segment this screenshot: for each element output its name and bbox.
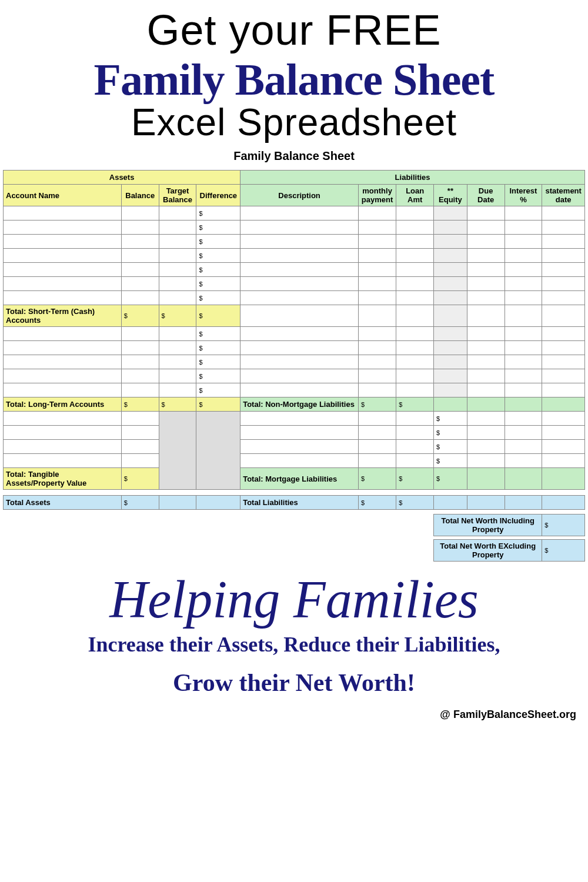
total-assets-row: Total Assets $ Total Liabilities $ $ [4,496,585,510]
table-row: $ [4,440,585,454]
table-row: $ [4,235,585,249]
col-difference: Difference [196,185,240,206]
table-row: $ [4,341,585,355]
footer-line1: Increase their Assets, Reduce their Liab… [18,632,570,657]
total-short-term: Total: Short-Term (Cash) Accounts $ $ $ [4,305,585,327]
table-row: $ [4,369,585,383]
col-equity: ** Equity [434,185,467,206]
footer-block: Helping Families Increase their Assets, … [0,562,588,697]
liabilities-header: Liabilities [240,171,585,185]
table-row: $ [4,220,585,235]
net-worth-exc: Total Net Worth EXcluding Property $ [4,540,585,562]
col-description: Description [240,185,359,206]
header-block: Get your FREE Family Balance Sheet Excel… [0,0,588,147]
col-loan: Loan Amt [396,185,434,206]
net-worth-inc: Total Net Worth INcluding Property $ [4,514,585,536]
assets-header: Assets [4,171,240,185]
table-row: $ [4,263,585,277]
col-account-name: Account Name [4,185,122,206]
balance-sheet-table: Assets Liabilities Account Name Balance … [3,170,585,562]
footer-script: Helping Families [18,573,570,626]
header-line1: Get your FREE [12,6,576,54]
spacer-row [4,510,585,514]
spacer-row [4,490,585,496]
table-row: $ [4,412,585,426]
table-row: $ [4,454,585,468]
table-row: $ [4,291,585,305]
table-row: $ [4,355,585,369]
total-tangible: Total: Tangible Assets/Property Value $ … [4,468,585,490]
table-row: $ [4,383,585,397]
footer-line2: Grow their Net Worth! [18,669,570,697]
table-row: $ [4,206,585,220]
table-row: $ [4,249,585,263]
col-interest: Interest % [505,185,542,206]
table-row: $ [4,426,585,440]
col-target: Target Balance [159,185,196,206]
col-due: Due Date [467,185,505,206]
col-balance: Balance [121,185,159,206]
table-row: $ [4,327,585,341]
header-line3: Excel Spreadsheet [12,101,576,144]
col-statement: statement date [542,185,585,206]
sheet-title: Family Balance Sheet [0,147,588,165]
credit-line: @ FamilyBalanceSheet.org [0,709,588,721]
col-monthly: monthly payment [358,185,396,206]
header-line2: Family Balance Sheet [12,54,576,105]
total-long-term: Total: Long-Term Accounts $ $ $ Total: N… [4,397,585,412]
table-row: $ [4,277,585,291]
